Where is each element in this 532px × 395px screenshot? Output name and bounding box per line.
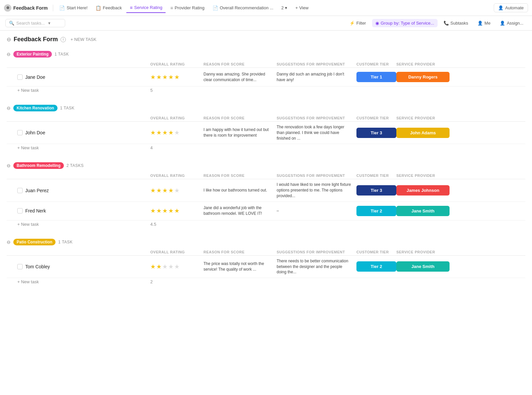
group-kitchen-renovation: ⊖ Kitchen Renovation 1 TASK OVERALL RATI… xyxy=(7,102,525,152)
nav-divider xyxy=(53,5,53,11)
table-row: Jane Doe ★ ★ ★ ★ ★ Danny was amazing. Sh… xyxy=(7,68,525,86)
subtasks-icon: 📞 xyxy=(444,21,449,26)
group-count: 1 TASK xyxy=(55,52,69,57)
group-count: 2 TASKS xyxy=(66,163,84,168)
group-tag[interactable]: Exterior Painting xyxy=(13,51,52,58)
logo-icon: ⚙ xyxy=(4,4,11,12)
provider-badge[interactable]: Danny Rogers xyxy=(396,72,450,82)
suggestions-text: I would have liked to see more light fix… xyxy=(277,182,356,198)
provider-badge[interactable]: John Adams xyxy=(396,128,450,138)
add-view-btn[interactable]: + View xyxy=(292,3,312,12)
tier-badge[interactable]: Tier 3 xyxy=(356,128,396,138)
avg-score: 2 xyxy=(150,279,203,284)
group-header-kitchen: ⊖ Kitchen Renovation 1 TASK xyxy=(7,102,525,111)
me-btn[interactable]: 👤 Me xyxy=(474,19,494,27)
col-headers: OVERALL RATING REASON FOR SCORE SUGGESTI… xyxy=(7,248,525,256)
task-checkbox[interactable] xyxy=(17,130,23,135)
add-task-row: + New task 4.5 xyxy=(7,220,525,228)
me-icon: 👤 xyxy=(477,21,483,26)
task-name-cell: Jane Doe xyxy=(17,74,150,80)
add-task-row: + New task 4 xyxy=(7,144,525,152)
info-icon[interactable]: i xyxy=(61,37,66,42)
col-provider: SERVICE PROVIDER xyxy=(396,62,450,66)
filter-icon: ⚡ xyxy=(349,21,355,26)
provider-badge[interactable]: Jane Smith xyxy=(396,261,450,272)
search-box[interactable]: 🔍 Search tasks... ▾ xyxy=(5,19,65,27)
task-checkbox[interactable] xyxy=(17,264,23,269)
group-toggle[interactable]: ⊖ xyxy=(7,105,11,111)
group-tag[interactable]: Patio Construction xyxy=(13,239,56,245)
reason-text: Danny was amazing. She provided clear co… xyxy=(203,71,277,83)
subtasks-btn[interactable]: 📞 Subtasks xyxy=(440,19,471,27)
task-checkbox[interactable] xyxy=(17,74,23,80)
app-logo: ⚙ Feedback Form xyxy=(4,4,48,12)
avg-score: 4.5 xyxy=(150,222,203,227)
star-5: ★ xyxy=(174,73,180,81)
group-tag[interactable]: Kitchen Renovation xyxy=(13,105,58,111)
tab-service-rating[interactable]: ≡ Service Rating xyxy=(126,3,166,13)
filter-btn[interactable]: ⚡ Filter xyxy=(346,19,369,27)
overall-icon: 📄 xyxy=(212,5,218,11)
reason-text: I am happy with how it turned out but th… xyxy=(203,127,277,138)
new-task-btn[interactable]: + NEW TASK xyxy=(68,36,98,43)
task-name: Jane Doe xyxy=(25,74,45,80)
provider-badge[interactable]: James Johnson xyxy=(396,185,450,196)
star-4: ★ xyxy=(168,73,174,81)
page-toggle[interactable]: ⊖ xyxy=(7,36,11,43)
view-count-btn[interactable]: 2 ▾ xyxy=(278,3,291,12)
table-row: John Doe ★ ★ ★ ★ ★ I am happy with how i… xyxy=(7,122,525,144)
reason-text: I like how our bathrooms turned out. xyxy=(203,188,277,193)
col-overall-rating: OVERALL RATING xyxy=(150,62,203,66)
group-count: 1 TASK xyxy=(58,240,72,244)
reason-text: Jane did a wonderful job with the bathro… xyxy=(203,205,277,216)
col-tier: CUSTOMER TIER xyxy=(356,62,396,66)
add-task-row: + New task 2 xyxy=(7,278,525,286)
page-header: ⊖ Feedback Form i + NEW TASK xyxy=(7,36,525,43)
add-task-link[interactable]: + New task xyxy=(17,279,150,284)
provider-badge[interactable]: Jane Smith xyxy=(396,206,450,216)
star-rating: ★ ★ ★ ★ ★ xyxy=(150,73,203,81)
group-count: 1 TASK xyxy=(60,106,74,110)
task-name: Tom Cobley xyxy=(25,264,50,269)
add-task-link[interactable]: + New task xyxy=(17,88,150,93)
table-row: Tom Cobley ★ ★ ★ ★ ★ The price was total… xyxy=(7,256,525,278)
col-reason: REASON FOR SCORE xyxy=(203,62,277,66)
group-tag[interactable]: Bathroom Remodelling xyxy=(13,162,64,169)
tier-badge[interactable]: Tier 2 xyxy=(356,261,396,272)
star-rating: ★ ★ ★ ★ ★ xyxy=(150,263,203,270)
search-dropdown-icon: ▾ xyxy=(48,21,51,26)
task-checkbox[interactable] xyxy=(17,208,23,213)
group-header-bathroom: ⊖ Bathroom Remodelling 2 TASKS xyxy=(7,160,525,169)
toolbar: 🔍 Search tasks... ▾ ⚡ Filter ◉ Group by:… xyxy=(0,16,532,31)
assignee-btn[interactable]: 👤 Assign... xyxy=(496,19,527,27)
add-task-link[interactable]: + New task xyxy=(17,222,150,227)
add-task-link[interactable]: + New task xyxy=(17,145,150,150)
task-checkbox[interactable] xyxy=(17,188,23,193)
group-toggle[interactable]: ⊖ xyxy=(7,163,11,168)
task-name: Fred Nerk xyxy=(25,208,46,213)
suggestions-text: There needs to be better communication b… xyxy=(277,258,356,275)
task-name: John Doe xyxy=(25,130,45,135)
group-toggle[interactable]: ⊖ xyxy=(7,239,11,245)
table-row: Juan Perez ★ ★ ★ ★ ★ I like how our bath… xyxy=(7,179,525,201)
col-headers: OVERALL RATING REASON FOR SCORE SUGGESTI… xyxy=(7,114,525,122)
star-2: ★ xyxy=(156,73,162,81)
tab-provider-rating[interactable]: ≡ Provider Rating xyxy=(167,3,208,13)
group-header-exterior-painting: ⊖ Exterior Painting 1 TASK xyxy=(7,48,525,58)
tab-start-here[interactable]: 📄 Start Here! xyxy=(56,3,91,13)
main-content: ⊖ Feedback Form i + NEW TASK ⊖ Exterior … xyxy=(0,31,532,299)
search-icon: 🔍 xyxy=(9,21,14,26)
feedback-icon: 📋 xyxy=(95,5,101,11)
tier-badge[interactable]: Tier 1 xyxy=(356,72,396,82)
col-task xyxy=(17,62,150,66)
star-rating: ★ ★ ★ ★ ★ xyxy=(150,187,203,194)
group-toggle[interactable]: ⊖ xyxy=(7,52,11,57)
tier-badge[interactable]: Tier 3 xyxy=(356,185,396,196)
tab-feedback[interactable]: 📋 Feedback xyxy=(92,3,125,13)
star-1: ★ xyxy=(150,73,156,81)
automate-button[interactable]: 👤 Automate xyxy=(494,3,528,12)
col-headers: OVERALL RATING REASON FOR SCORE SUGGESTI… xyxy=(7,172,525,179)
tab-overall-recommendation[interactable]: 📄 Overall Recommendation ... xyxy=(209,3,277,13)
group-by-btn[interactable]: ◉ Group by: Type of Service... xyxy=(372,19,438,27)
tier-badge[interactable]: Tier 2 xyxy=(356,206,396,216)
